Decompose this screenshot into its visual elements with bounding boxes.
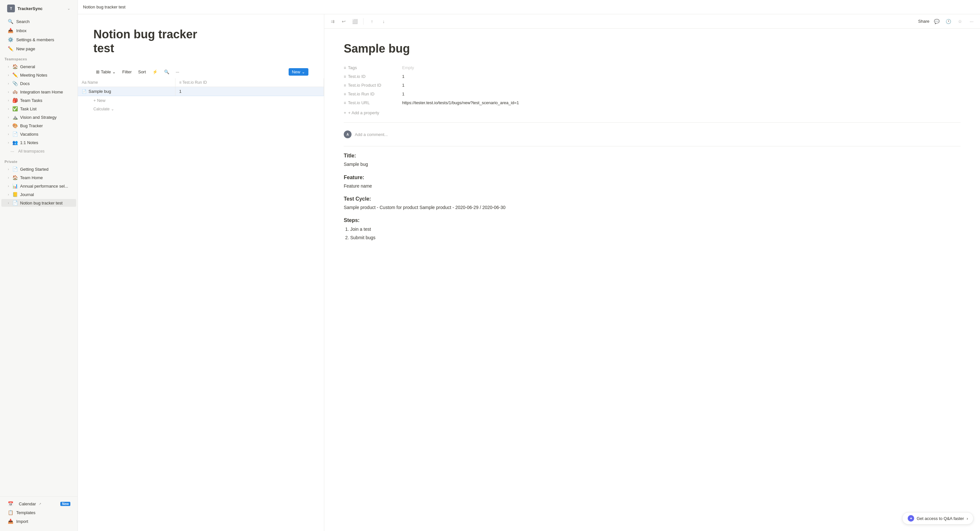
add-row-button[interactable]: + New [78, 96, 324, 105]
testio-run-id-icon: ≡ [344, 92, 346, 96]
page-icon: 📄 [82, 89, 87, 94]
calculate-button[interactable]: Calculate ⌄ [78, 105, 324, 113]
add-property-button[interactable]: + + Add a property [344, 108, 961, 117]
sidebar-item-import[interactable]: 📥 Import [3, 517, 75, 526]
sidebar-item-team-home[interactable]: › 🏠 Team Home [1, 174, 76, 182]
sidebar-item-annual-performance[interactable]: › 📊 Annual performance sel... [1, 182, 76, 190]
lightning-button[interactable]: ⚡ [150, 68, 160, 76]
testio-product-id-value[interactable]: 1 [402, 83, 961, 88]
sidebar-item-getting-started[interactable]: › 📄 Getting Started [1, 165, 76, 173]
sidebar-item-settings[interactable]: ⚙️ Settings & members [3, 35, 75, 44]
sidebar-item-vacations[interactable]: › 📄 Vacations [1, 130, 76, 138]
sidebar-item-vision-and-strategy[interactable]: › ⛰️ Vision and Strategy [1, 113, 76, 121]
sidebar-item-team-tasks-label: Team Tasks [20, 98, 73, 103]
filter-label: Filter [122, 69, 132, 74]
sidebar-item-notion-bug-tracker-test-label: Notion bug tracker test [20, 201, 73, 206]
more-options-button[interactable]: ··· [173, 68, 182, 76]
table-view-label: Table [101, 69, 111, 74]
chevron-icon: › [6, 116, 11, 119]
comment-input[interactable]: Add a comment... [355, 132, 388, 137]
sort-button[interactable]: Sort [135, 68, 148, 76]
sidebar-item-annual-performance-label: Annual performance sel... [20, 184, 73, 188]
property-testio-run-id: ≡ Test.io Run ID 1 [344, 89, 961, 98]
sidebar-item-team-home-label: Team Home [20, 175, 73, 180]
calendar-label: Calendar [19, 501, 36, 506]
import-icon: 📥 [7, 519, 14, 524]
sidebar-item-1-1-notes-label: 1:1 Notes [20, 140, 73, 145]
workspace-avatar: T [7, 5, 15, 12]
sidebar-item-bug-tracker[interactable]: › 🎨 Bug Tracker [1, 122, 76, 129]
new-button[interactable]: New ⌄ [289, 68, 309, 76]
section-feature: Feature: Feature name [344, 175, 961, 190]
detail-topbar-right: Share 💬 🕐 ☆ ··· [918, 17, 976, 26]
sidebar-item-inbox[interactable]: 📥 Inbox [3, 26, 75, 35]
steps-list: Join a test Submit bugs [344, 225, 961, 241]
testio-run-id-value[interactable]: 1 [402, 91, 961, 96]
step-1: Join a test [350, 225, 961, 233]
share-button[interactable]: Share [918, 19, 929, 24]
calculate-chevron-icon: ⌄ [111, 107, 114, 111]
sidebar-item-notion-bug-tracker-test[interactable]: › 📄 Notion bug tracker test [1, 199, 76, 207]
plus-icon: + [344, 110, 346, 115]
back-button[interactable]: ↩ [339, 17, 348, 26]
test-cycle-heading: Test Cycle: [344, 196, 961, 202]
search-icon: 🔍 [7, 19, 14, 24]
sidebar-item-calendar[interactable]: 📅 Calendar ↗ New [3, 499, 75, 508]
table-row[interactable]: 📄 Sample bug 1 [78, 87, 324, 96]
sidebar-item-docs[interactable]: › 📎 Docs [1, 80, 76, 87]
navigate-up-button[interactable]: ↑ [368, 17, 377, 26]
templates-label: Templates [16, 510, 35, 515]
qa-button-chevron-icon: › [967, 516, 968, 521]
filter-button[interactable]: Filter [120, 68, 134, 76]
workspace-switcher[interactable]: T TrackerSync ⌄ [3, 1, 75, 16]
sidebar-item-bug-tracker-label: Bug Tracker [20, 123, 73, 128]
qa-access-button[interactable]: ✦ Get access to Q&A faster › [902, 512, 974, 525]
qa-icon: ✦ [908, 515, 914, 521]
search-button[interactable]: 🔍 [162, 68, 172, 76]
column-name: Aa Name [78, 78, 175, 87]
testio-id-value[interactable]: 1 [402, 74, 961, 79]
vision-strategy-icon: ⛰️ [12, 115, 18, 120]
sidebar-item-general[interactable]: › 🏠 General [1, 63, 76, 70]
sidebar-item-team-tasks[interactable]: › 🎒 Team Tasks [1, 96, 76, 104]
workspace-chevron-icon: ⌄ [67, 6, 70, 11]
table-view-button[interactable]: ⊞ Table ⌄ [93, 68, 118, 76]
sidebar-item-integration-team-home[interactable]: › 🏘️ Integration team Home [1, 88, 76, 96]
sidebar-item-search[interactable]: 🔍 Search [3, 17, 75, 26]
chevron-icon: › [6, 82, 11, 85]
comment-button[interactable]: 💬 [932, 17, 941, 26]
sidebar-bottom: 📅 Calendar ↗ New 📋 Templates 📥 Import [0, 496, 78, 526]
testio-url-value[interactable]: https://tester.test.io/tests/1/bugs/new?… [402, 100, 961, 105]
sidebar-item-journal[interactable]: › 📒 Journal [1, 191, 76, 198]
star-button[interactable]: ☆ [955, 17, 964, 26]
more-button[interactable]: ··· [967, 17, 976, 26]
toggle-view-button[interactable]: ⬜ [350, 17, 359, 26]
testio-run-id-label: ≡ Test.io Run ID [344, 91, 402, 96]
chevron-icon: › [6, 73, 11, 77]
sidebar-item-1-1-notes[interactable]: › 👥 1:1 Notes [1, 139, 76, 147]
tags-value[interactable]: Empty [402, 65, 961, 70]
sidebar-item-new-page[interactable]: ✏️ New page [3, 45, 75, 53]
test-cycle-body: Sample product - Custom for product Samp… [344, 204, 961, 211]
sidebar-item-meeting-notes[interactable]: › ✏️ Meeting Notes [1, 71, 76, 79]
topbar-separator [363, 18, 364, 25]
cell-name: 📄 Sample bug [78, 87, 175, 96]
sidebar-item-general-label: General [20, 64, 73, 69]
sidebar-item-task-list[interactable]: › ✅ Task List [1, 105, 76, 113]
toggle-sidebar-button[interactable]: ⇉ [328, 17, 337, 26]
chevron-icon: › [6, 167, 11, 171]
sidebar-item-templates[interactable]: 📋 Templates [3, 508, 75, 517]
all-teamspaces-toggle[interactable]: ··· All teamspaces [3, 147, 75, 155]
team-tasks-icon: 🎒 [12, 98, 18, 103]
testio-product-id-icon: ≡ [344, 83, 346, 88]
chevron-icon: › [6, 141, 11, 144]
private-section-label: Private [0, 156, 78, 165]
history-button[interactable]: 🕐 [944, 17, 953, 26]
detail-panel: ⇉ ↩ ⬜ ↑ ↓ Share 💬 🕐 ☆ ··· Sample bug [324, 14, 980, 531]
general-icon: 🏠 [12, 64, 18, 69]
chevron-icon: › [6, 90, 11, 94]
detail-title: Sample bug [344, 41, 961, 56]
feature-heading: Feature: [344, 175, 961, 180]
workspace-name: TrackerSync [18, 6, 67, 11]
navigate-down-button[interactable]: ↓ [379, 17, 388, 26]
